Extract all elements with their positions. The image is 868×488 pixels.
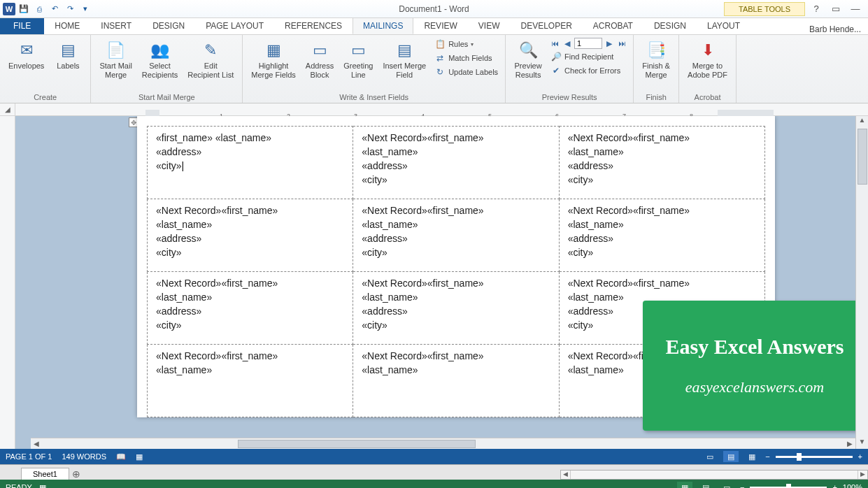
tab-developer[interactable]: DEVELOPER xyxy=(510,17,582,34)
excel-hscrollbar[interactable]: ◀ ▶ xyxy=(560,470,868,480)
scroll-left-icon[interactable]: ◀ xyxy=(31,440,42,447)
group-acrobat: ⬇ Merge to Adobe PDF Acrobat xyxy=(679,35,737,103)
merge-field-line: «first_name» «last_name» xyxy=(156,132,344,143)
macro-icon[interactable]: ▦ xyxy=(136,452,143,461)
edit-recipient-list-button[interactable]: ✎ Edit Recipient List xyxy=(185,38,236,81)
address-block-icon: ▭ xyxy=(308,39,331,62)
scroll-up-icon[interactable]: ▲ xyxy=(859,116,866,127)
update-labels-button[interactable]: ↻Update Labels xyxy=(433,66,499,78)
qat-customize-icon[interactable]: ▾ xyxy=(78,2,92,16)
next-record-icon[interactable]: ▶ xyxy=(604,38,615,49)
vertical-scrollbar[interactable]: ▲ ▼ xyxy=(855,116,868,449)
word-app-icon[interactable]: W xyxy=(3,3,15,15)
tab-review[interactable]: REVIEW xyxy=(413,17,467,34)
vertical-ruler[interactable] xyxy=(0,116,15,449)
zoom-slider-knob[interactable] xyxy=(797,453,802,461)
excel-page-break-icon[interactable]: ▭ xyxy=(719,482,734,488)
labels-label: Labels xyxy=(57,62,79,71)
read-mode-icon[interactable]: ▭ xyxy=(702,451,718,462)
start-mail-merge-icon: 📄 xyxy=(105,39,127,62)
prev-record-icon[interactable]: ◀ xyxy=(562,38,573,49)
merge-to-pdf-button[interactable]: ⬇ Merge to Adobe PDF xyxy=(685,38,730,81)
label-cell[interactable]: «Next Record»«first_name» «last_name» «a… xyxy=(353,127,559,199)
label-cell[interactable]: «Next Record»«first_name» «last_name» «a… xyxy=(353,199,559,272)
highlight-merge-fields-button[interactable]: ▦ Highlight Merge Fields xyxy=(248,38,299,81)
scroll-down-icon[interactable]: ▼ xyxy=(859,438,866,449)
address-block-button[interactable]: ▭ Address Block xyxy=(303,38,336,81)
preview-results-button[interactable]: 🔍 Preview Results xyxy=(511,38,545,81)
tab-insert[interactable]: INSERT xyxy=(90,17,142,34)
excel-zoom-in-button[interactable]: + xyxy=(832,483,837,488)
excel-page-layout-icon[interactable]: ▤ xyxy=(698,482,713,488)
match-fields-button[interactable]: ⇄Match Fields xyxy=(433,52,499,64)
zoom-in-button[interactable]: + xyxy=(858,452,862,461)
excel-zoom-knob[interactable] xyxy=(786,484,791,489)
check-errors-button[interactable]: ✔Check for Errors xyxy=(549,64,627,77)
envelopes-button[interactable]: ✉ Envelopes xyxy=(6,38,47,72)
vscroll-thumb[interactable] xyxy=(858,129,867,185)
tab-view[interactable]: VIEW xyxy=(468,17,511,34)
label-cell[interactable]: «Next Record»«first_name» «last_name» xyxy=(353,345,559,417)
tab-home[interactable]: HOME xyxy=(44,17,90,34)
page-indicator[interactable]: PAGE 1 OF 1 xyxy=(6,452,52,461)
print-layout-icon[interactable]: ▤ xyxy=(723,451,739,462)
hscroll-thumb[interactable] xyxy=(238,440,476,448)
signed-in-user[interactable]: Barb Hende... xyxy=(809,24,868,34)
record-number-input[interactable] xyxy=(574,38,602,49)
first-record-icon[interactable]: ⏮ xyxy=(549,38,560,49)
spelling-icon[interactable]: 📖 xyxy=(116,452,126,461)
tab-references[interactable]: REFERENCES xyxy=(274,17,353,34)
tab-design[interactable]: DESIGN xyxy=(142,17,195,34)
label-cell[interactable]: «Next Record»«first_name» «last_name» «a… xyxy=(353,272,559,345)
tab-table-design[interactable]: DESIGN xyxy=(643,17,697,34)
start-mail-merge-button[interactable]: 📄 Start Mail Merge xyxy=(97,38,134,81)
ribbon-display-options-icon[interactable]: ▭ xyxy=(827,3,844,14)
save-icon[interactable]: 💾 xyxy=(17,2,31,16)
sheet-tab[interactable]: Sheet1 xyxy=(21,468,69,480)
print-icon[interactable]: ⎙ xyxy=(32,2,46,16)
insert-merge-field-button[interactable]: ▤ Insert Merge Field xyxy=(380,38,429,81)
new-sheet-icon[interactable]: ⊕ xyxy=(69,468,83,480)
ruler-corner[interactable]: ◢ xyxy=(0,103,15,116)
page-viewport[interactable]: ✥ «first_name» «last_name» «address» «ci… xyxy=(15,116,868,449)
tab-page-layout[interactable]: PAGE LAYOUT xyxy=(195,17,274,34)
select-recipients-button[interactable]: 👥 Select Recipients xyxy=(139,38,180,81)
excel-scroll-right-icon[interactable]: ▶ xyxy=(858,471,867,479)
word-count[interactable]: 149 WORDS xyxy=(62,452,106,461)
excel-macro-icon[interactable]: ▦ xyxy=(39,483,46,489)
tab-acrobat[interactable]: ACROBAT xyxy=(583,17,643,34)
label-cell[interactable]: «Next Record»«first_name» «last_name» «a… xyxy=(148,199,353,272)
tab-mailings[interactable]: MAILINGS xyxy=(353,17,413,34)
merge-field-line: «Next Record»«first_name» xyxy=(568,132,756,143)
undo-icon[interactable]: ↶ xyxy=(48,2,62,16)
merge-field-line: «last_name» xyxy=(156,219,344,230)
scroll-right-icon[interactable]: ▶ xyxy=(844,440,855,447)
excel-zoom-out-button[interactable]: − xyxy=(740,483,744,488)
greeting-line-label: Greeting Line xyxy=(343,62,373,80)
excel-zoom-level[interactable]: 100% xyxy=(843,483,862,488)
excel-normal-view-icon[interactable]: ▦ xyxy=(677,482,692,488)
label-cell[interactable]: «Next Record»«first_name» «last_name» «a… xyxy=(559,127,764,199)
merge-field-line: «address» xyxy=(156,306,344,317)
tab-file[interactable]: FILE xyxy=(0,17,44,34)
rules-button[interactable]: 📋Rules ▾ xyxy=(433,38,499,50)
finish-merge-button[interactable]: 📑 Finish & Merge xyxy=(639,38,673,81)
highlight-label: Highlight Merge Fields xyxy=(251,62,296,80)
greeting-line-button[interactable]: ▭ Greeting Line xyxy=(341,38,376,81)
zoom-out-button[interactable]: − xyxy=(765,452,769,461)
last-record-icon[interactable]: ⏭ xyxy=(616,38,627,49)
label-cell[interactable]: «first_name» «last_name» «address» «city… xyxy=(148,127,353,199)
redo-icon[interactable]: ↷ xyxy=(63,2,77,16)
excel-scroll-left-icon[interactable]: ◀ xyxy=(561,471,571,479)
minimize-icon[interactable]: — xyxy=(847,3,864,14)
find-recipient-button[interactable]: 🔎Find Recipient xyxy=(549,50,627,63)
help-icon[interactable]: ? xyxy=(808,3,825,14)
horizontal-scrollbar[interactable]: ◀ ▶ xyxy=(31,438,855,449)
zoom-slider[interactable] xyxy=(776,456,853,458)
web-layout-icon[interactable]: ▦ xyxy=(744,451,760,462)
label-cell[interactable]: «Next Record»«first_name» «last_name» «a… xyxy=(148,272,353,345)
label-cell[interactable]: «Next Record»«first_name» «last_name» «a… xyxy=(559,199,764,272)
labels-button[interactable]: ▤ Labels xyxy=(51,38,85,72)
tab-table-layout[interactable]: LAYOUT xyxy=(697,17,750,34)
label-cell[interactable]: «Next Record»«first_name» «last_name» xyxy=(148,345,353,417)
